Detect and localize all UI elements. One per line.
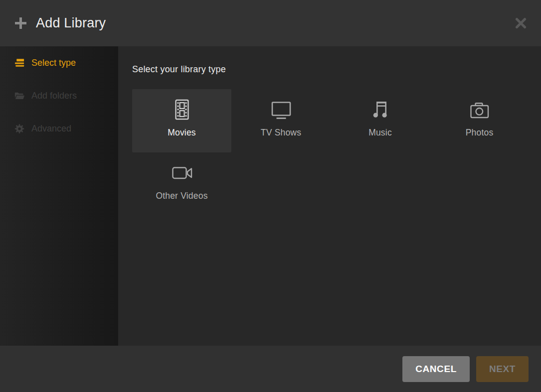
library-type-label: Photos — [466, 128, 494, 138]
library-type-label: TV Shows — [261, 128, 301, 138]
library-type-music[interactable]: Music — [331, 89, 430, 152]
dialog-header: Add Library — [0, 0, 541, 46]
next-button[interactable]: NEXT — [476, 356, 529, 382]
cancel-button[interactable]: CANCEL — [402, 356, 470, 382]
sidebar-item-add-folders: Add folders — [0, 79, 118, 112]
library-type-grid: Movies TV Shows — [132, 89, 529, 216]
library-type-label: Movies — [168, 128, 196, 138]
library-type-tv-shows[interactable]: TV Shows — [231, 89, 331, 152]
library-type-movies[interactable]: Movies — [132, 89, 231, 152]
sidebar-item-label: Advanced — [31, 124, 71, 134]
close-icon[interactable] — [513, 16, 528, 31]
panel-heading: Select your library type — [132, 64, 529, 75]
steps-sidebar: Select type Add folders — [0, 46, 118, 346]
sidebar-item-select-type[interactable]: Select type — [0, 46, 118, 79]
folder-icon — [14, 91, 25, 101]
library-type-photos[interactable]: Photos — [430, 89, 529, 152]
music-note-icon — [370, 97, 390, 122]
dialog-title: Add Library — [36, 15, 106, 31]
library-type-label: Music — [368, 128, 392, 138]
camera-icon — [469, 97, 491, 122]
library-type-other-videos[interactable]: Other Videos — [132, 152, 231, 216]
add-library-dialog: Add Library Select type — [0, 0, 541, 392]
dialog-footer: CANCEL NEXT — [0, 346, 541, 392]
dialog-body: Select type Add folders — [0, 46, 541, 346]
film-icon — [172, 97, 192, 122]
video-camera-icon — [171, 160, 193, 185]
library-type-panel: Select your library type — [118, 46, 541, 346]
sidebar-item-label: Select type — [31, 58, 76, 68]
list-icon — [14, 58, 25, 68]
sidebar-item-label: Add folders — [31, 91, 77, 101]
sidebar-item-advanced: Advanced — [0, 112, 118, 145]
tv-icon — [270, 97, 293, 122]
library-type-label: Other Videos — [156, 191, 207, 201]
gear-icon — [14, 123, 25, 134]
plus-icon — [14, 16, 27, 30]
